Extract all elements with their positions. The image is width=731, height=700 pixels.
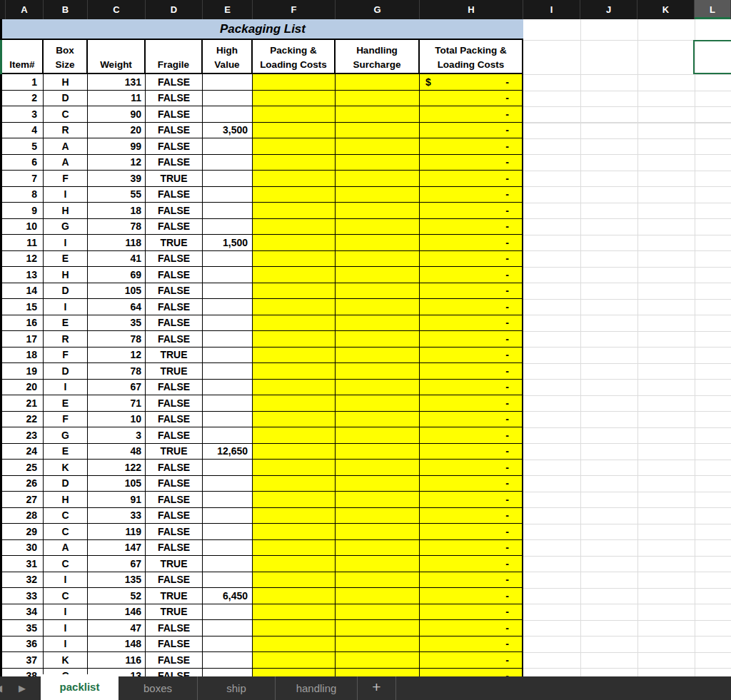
cell[interactable]: FALSE — [146, 74, 203, 91]
cell[interactable] — [203, 380, 253, 396]
cell[interactable] — [253, 251, 336, 268]
cell[interactable] — [203, 556, 253, 572]
cell[interactable]: 135 — [88, 572, 146, 589]
cell[interactable] — [336, 91, 420, 107]
cell[interactable] — [336, 444, 420, 460]
cell[interactable]: D — [44, 91, 88, 107]
cell[interactable]: 91 — [88, 492, 146, 508]
cell[interactable]: FALSE — [146, 331, 203, 348]
cell[interactable] — [203, 331, 253, 348]
cell[interactable] — [253, 235, 336, 251]
cell[interactable]: C — [44, 556, 88, 572]
column-header-J[interactable]: J — [580, 0, 637, 19]
cell[interactable]: 25 — [2, 460, 44, 476]
cell-total[interactable]: - — [420, 380, 523, 396]
cell[interactable]: 10 — [2, 219, 44, 235]
cell[interactable]: FALSE — [146, 315, 203, 332]
cell[interactable] — [336, 299, 420, 315]
selected-cell-outline[interactable] — [693, 40, 731, 74]
cell[interactable] — [336, 572, 420, 589]
column-header-box-size[interactable]: Box Size — [44, 40, 88, 73]
cell[interactable]: G — [44, 427, 88, 444]
cell[interactable] — [336, 492, 420, 508]
cell[interactable] — [336, 380, 420, 396]
cell-total[interactable]: - — [420, 412, 523, 428]
cell[interactable] — [203, 267, 253, 283]
cell[interactable] — [253, 508, 336, 524]
sheet-tab-packlist[interactable]: packlist — [41, 674, 119, 700]
cell[interactable]: 12 — [88, 348, 146, 364]
cell[interactable]: TRUE — [146, 444, 203, 460]
cell[interactable] — [336, 171, 420, 187]
cell[interactable] — [253, 427, 336, 444]
cell[interactable] — [336, 604, 420, 621]
cell-total[interactable]: - — [420, 476, 523, 492]
column-header-fragile[interactable]: Fragile — [146, 40, 203, 73]
cell[interactable] — [203, 251, 253, 268]
cell[interactable]: FALSE — [146, 412, 203, 428]
cell[interactable]: 35 — [88, 315, 146, 332]
cell[interactable]: 31 — [2, 556, 44, 572]
cell[interactable]: FALSE — [146, 251, 203, 268]
cell[interactable] — [253, 572, 336, 589]
cell[interactable]: H — [44, 267, 88, 283]
cell[interactable] — [203, 138, 253, 155]
cell[interactable] — [336, 251, 420, 268]
add-sheet-button[interactable]: + — [358, 676, 396, 700]
cell[interactable] — [253, 138, 336, 155]
cell-total[interactable]: - — [420, 572, 523, 589]
cell[interactable]: R — [44, 331, 88, 348]
cell[interactable] — [253, 187, 336, 203]
cell-total[interactable]: - — [420, 299, 523, 315]
cell-total[interactable]: - — [420, 331, 523, 348]
cell[interactable]: FALSE — [146, 187, 203, 203]
cell[interactable]: D — [44, 283, 88, 300]
cell-total[interactable]: - — [420, 91, 523, 107]
cell[interactable] — [253, 171, 336, 187]
cell[interactable]: FALSE — [146, 219, 203, 235]
cell[interactable]: 14 — [2, 283, 44, 300]
cell[interactable] — [203, 91, 253, 107]
cell[interactable] — [203, 540, 253, 557]
cell-total[interactable]: - — [420, 508, 523, 524]
cell[interactable]: E — [44, 251, 88, 268]
column-header-K[interactable]: K — [637, 0, 695, 19]
cell[interactable]: 34 — [2, 604, 44, 621]
cell[interactable]: 131 — [88, 74, 146, 91]
cell[interactable]: 105 — [88, 476, 146, 492]
sheet-tab-ship[interactable]: ship — [198, 676, 276, 700]
cell[interactable] — [203, 283, 253, 300]
cell-total[interactable]: - — [420, 348, 523, 364]
cell[interactable]: 36 — [2, 636, 44, 653]
column-header-F[interactable]: F — [253, 0, 336, 19]
cell[interactable]: 147 — [88, 540, 146, 557]
column-header-high-value[interactable]: High Value — [203, 40, 253, 73]
cell[interactable] — [336, 540, 420, 557]
cell[interactable] — [203, 171, 253, 187]
cell[interactable]: F — [44, 412, 88, 428]
cell[interactable]: 146 — [88, 604, 146, 621]
cell[interactable] — [336, 348, 420, 364]
cell[interactable] — [203, 203, 253, 219]
cell[interactable] — [336, 363, 420, 380]
cell[interactable]: FALSE — [146, 267, 203, 283]
cell[interactable]: 6 — [2, 155, 44, 171]
column-header-C[interactable]: C — [88, 0, 146, 19]
column-header-packing-costs[interactable]: Packing & Loading Costs — [253, 40, 336, 73]
cell[interactable] — [203, 187, 253, 203]
cell[interactable] — [203, 460, 253, 476]
cell[interactable]: 67 — [88, 556, 146, 572]
cell[interactable] — [336, 187, 420, 203]
cell[interactable]: 71 — [88, 395, 146, 412]
cell[interactable] — [253, 299, 336, 315]
cell[interactable]: TRUE — [146, 556, 203, 572]
cell-total[interactable]: - — [420, 427, 523, 444]
cell[interactable]: 105 — [88, 283, 146, 300]
cell[interactable]: A — [44, 138, 88, 155]
next-sheet-icon[interactable]: ▶ — [19, 683, 26, 694]
cell[interactable]: FALSE — [146, 395, 203, 412]
cell[interactable] — [253, 620, 336, 636]
cell[interactable] — [336, 556, 420, 572]
cell[interactable]: 37 — [2, 652, 44, 669]
cell[interactable] — [253, 588, 336, 604]
